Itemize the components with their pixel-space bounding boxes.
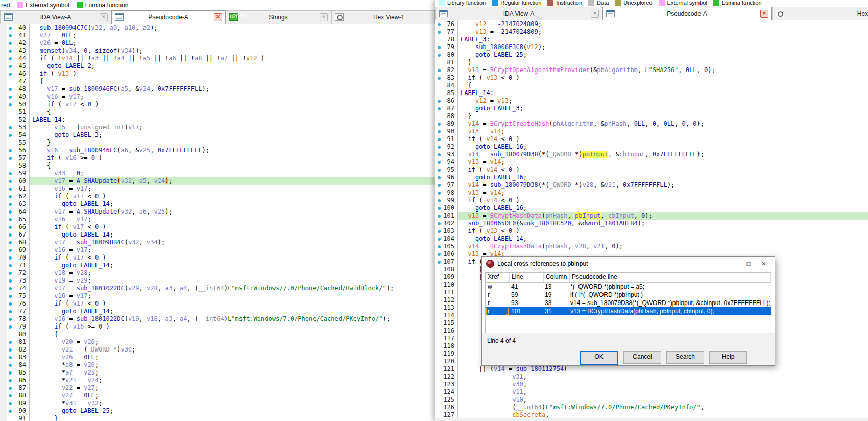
code-line[interactable]: 72 v18 = v28; — [0, 269, 435, 277]
code-text[interactable]: v16 = v17; — [30, 292, 435, 300]
xref-table[interactable]: XrefLineColumnPseudocode line w4113 *(_Q… — [485, 272, 771, 334]
code-line[interactable]: 46 if ( v13 ) — [0, 70, 435, 78]
code-text[interactable]: (__int64)L"msft:Windows/7.0/Phone/Cached… — [458, 404, 868, 411]
code-text[interactable]: v16 = v17; — [30, 246, 435, 254]
code-line[interactable]: 94 v13 = v14; — [435, 158, 868, 166]
code-line[interactable]: 79 sub_18006E3C8(v12); — [435, 43, 868, 51]
xref-type-cell[interactable]: w — [486, 283, 509, 291]
code-text[interactable]: goto LABEL_14; — [30, 200, 435, 208]
code-text[interactable]: goto LABEL_3; — [30, 131, 435, 139]
code-line[interactable]: 66 if ( v17 < 0 ) — [0, 223, 435, 231]
code-line[interactable]: 64 v17 = A_SHAUpdate(v32, a6, v25); — [0, 208, 435, 216]
code-line[interactable]: 88 v27 = 0LL; — [0, 392, 435, 400]
close-icon[interactable]: ✕ — [756, 259, 771, 269]
code-line[interactable]: 80 goto LABEL_25; — [435, 51, 868, 59]
code-line[interactable]: 92 goto LABEL_16; — [435, 143, 868, 151]
code-text[interactable]: goto LABEL_14; — [30, 308, 435, 315]
maximize-icon[interactable]: □ — [741, 259, 756, 269]
code-line[interactable]: 75 v16 = v17; — [0, 292, 435, 300]
code-text[interactable]: v31, — [458, 373, 868, 381]
code-text[interactable]: if ( v14 < 0 ) — [458, 166, 868, 174]
code-text[interactable]: v20 = v26; — [30, 338, 435, 346]
line-cell[interactable]: 59 — [509, 291, 543, 299]
code-line[interactable]: 45 goto LABEL_2; — [0, 62, 435, 70]
code-line[interactable]: 47 { — [0, 78, 435, 85]
code-line[interactable]: 80 { — [0, 331, 435, 338]
code-text[interactable]: if ( v14 < 0 ) — [458, 135, 868, 143]
code-text[interactable]: v16 = v17; — [30, 93, 435, 101]
help-button[interactable]: Help — [709, 351, 747, 364]
navigation-band[interactable] — [0, 24, 7, 421]
search-button[interactable]: Search — [666, 351, 704, 364]
code-text[interactable]: goto LABEL_16; — [458, 143, 868, 151]
code-text[interactable]: v17 = sub_1801022DC(v29, v28, a3, a4, (_… — [30, 285, 435, 292]
xref-row[interactable]: r9333 v14 = sub_180079D38(*(_QWORD *)pbI… — [486, 299, 771, 307]
dialog-title-bar[interactable]: Local cross references to pbInput — □ ✕ — [482, 257, 775, 270]
xref-type-cell[interactable]: r — [486, 307, 509, 315]
code-text[interactable]: v14 = sub_180079D38(*(_QWORD *)pbInput, … — [458, 151, 868, 158]
code-text[interactable]: if ( v17 < 0 ) — [30, 101, 435, 108]
code-text[interactable]: v11, — [458, 388, 868, 396]
code-text[interactable]: v22 = v27; — [30, 384, 435, 392]
code-text[interactable]: LABEL_3: — [458, 36, 868, 43]
tab-close-icon[interactable]: ✕ — [320, 13, 328, 21]
pseudocode-cell[interactable]: if ( !*(_QWORD *)pbInput ) — [568, 291, 771, 299]
code-text[interactable]: v30, — [458, 381, 868, 388]
code-text[interactable]: LABEL_14: — [30, 116, 435, 124]
code-text[interactable]: { — [30, 108, 435, 116]
code-text[interactable]: sub_18006E3C8(v12); — [458, 43, 868, 51]
code-line[interactable]: 54 goto LABEL_3; — [0, 131, 435, 139]
pseudocode-cell[interactable]: v14 = sub_180079D38(*(_QWORD *)pbInput, … — [568, 299, 771, 307]
code-line[interactable]: 77 v13 = -2147024809; — [435, 28, 868, 36]
code-text[interactable]: v17 = A_SHAUpdate(v32, a6, v25); — [30, 208, 435, 216]
code-line[interactable]: 85 *a7 = v25; — [0, 369, 435, 377]
code-line[interactable]: 95 if ( v14 < 0 ) — [435, 166, 868, 174]
code-text[interactable]: } — [458, 112, 868, 120]
code-text[interactable]: v19 = v29; — [30, 277, 435, 285]
code-text[interactable]: v16 = v17; — [30, 216, 435, 223]
code-text[interactable]: v27 = 0LL; — [30, 32, 435, 39]
code-text[interactable]: { — [30, 331, 435, 338]
code-line[interactable]: 122 v31, — [435, 373, 868, 381]
code-text[interactable]: v13 = -2147024809; — [458, 28, 868, 36]
code-line[interactable]: 97 v14 = sub_180079D38(*(_QWORD *)v28, &… — [435, 181, 868, 189]
code-line[interactable]: 124 v11, — [435, 388, 868, 396]
column-cell[interactable]: 33 — [543, 299, 568, 307]
code-line[interactable]: 91 if ( v14 < 0 ) — [435, 135, 868, 143]
code-line[interactable]: 53 v15 = (unsigned int)v17; — [0, 124, 435, 131]
code-text[interactable]: if ( v17 < 0 ) — [30, 193, 435, 200]
code-text[interactable]: v14 = sub_180079D38(*(_QWORD *)v28, &v21… — [458, 181, 868, 189]
code-text[interactable]: if ( v14 < 0 ) — [458, 197, 868, 204]
code-text[interactable]: if ( v17 < 0 ) — [30, 254, 435, 262]
code-line[interactable]: 81 v20 = v26; — [0, 338, 435, 346]
code-text[interactable]: memset(v34, 0, sizeof(v34)); — [30, 47, 435, 55]
code-line[interactable]: 74 v17 = sub_1801022DC(v29, v28, a3, a4,… — [0, 285, 435, 292]
code-text[interactable]: { — [458, 82, 868, 89]
code-line[interactable]: 79 if ( v16 >= 0 ) — [0, 323, 435, 331]
code-line[interactable]: 84 *a8 = v20; — [0, 361, 435, 369]
code-text[interactable]: v16 = v17; — [30, 185, 435, 193]
code-line[interactable]: 101 v13 = BCryptHashData(phHash, pbInput… — [435, 212, 868, 220]
code-text[interactable]: goto LABEL_14; — [30, 262, 435, 269]
code-line[interactable]: 89 *v31 = v22; — [0, 400, 435, 407]
code-line[interactable]: 105 v14 = BCryptHashData(phHash, v28, v2… — [435, 243, 868, 250]
code-line[interactable]: 98 v13 = v14; — [435, 189, 868, 197]
code-line[interactable]: 52LABEL_14: — [0, 116, 435, 124]
code-text[interactable]: if ( v16 >= 0 ) — [30, 154, 435, 162]
code-line[interactable]: 42 v26 = 0LL; — [0, 39, 435, 47]
code-line[interactable]: 126 (__int64)L"msft:Windows/7.0/Phone/Ca… — [435, 404, 868, 411]
code-line[interactable]: 103 if ( v13 < 0 ) — [435, 227, 868, 235]
line-cell[interactable]: 41 — [509, 283, 543, 291]
code-line[interactable]: 71 goto LABEL_14; — [0, 262, 435, 269]
code-text[interactable]: v17 = sub_1800946FC(a5, &v24, 0x7FFFFFFF… — [30, 85, 435, 93]
column-header-pseudocode-line[interactable]: Pseudocode line — [570, 273, 771, 282]
code-line[interactable]: 63 goto LABEL_14; — [0, 200, 435, 208]
code-text[interactable]: goto LABEL_25; — [30, 407, 435, 415]
code-line[interactable]: 70 if ( v17 < 0 ) — [0, 254, 435, 262]
code-text[interactable]: goto LABEL_14; — [458, 235, 868, 243]
code-line[interactable]: 99 if ( v14 < 0 ) — [435, 197, 868, 204]
minimize-icon[interactable]: — — [726, 259, 741, 269]
code-line[interactable]: 90 goto LABEL_25; — [0, 407, 435, 415]
code-line[interactable]: 88 } — [435, 112, 868, 120]
code-text[interactable]: *a7 = v25; — [30, 369, 435, 377]
